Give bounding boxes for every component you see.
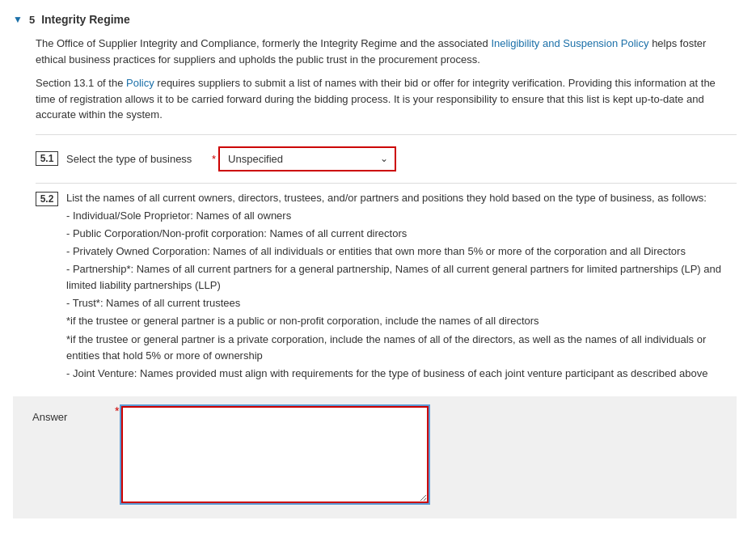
- desc-line-2: - Public Corporation/Non-profit corporat…: [66, 226, 737, 242]
- desc-line-8: - Joint Venture: Names provided must ali…: [66, 366, 737, 382]
- answer-required-star: *: [115, 404, 119, 417]
- desc-line-6: *if the trustee or general partner is a …: [66, 313, 737, 329]
- divider: [36, 134, 737, 135]
- subsection-52-label: 5.2: [36, 192, 58, 206]
- required-star-51: *: [212, 153, 216, 165]
- answer-section: Answer *: [13, 396, 737, 518]
- intro-text-before: The Office of Supplier Integrity and Com…: [36, 37, 491, 49]
- desc-line-3: - Privately Owned Corporation: Names of …: [66, 243, 737, 260]
- business-type-dropdown[interactable]: Unspecified Individual/Sole Proprietor P…: [218, 146, 396, 171]
- policy-paragraph: Section 13.1 of the Policy requires supp…: [36, 75, 737, 123]
- desc-line-0: List the names of all current owners, di…: [66, 190, 737, 206]
- field-row-51: 5.1 Select the type of business * Unspec…: [36, 142, 737, 176]
- section-content: The Office of Supplier Integrity and Com…: [36, 36, 737, 383]
- field-row-52: 5.2 List the names of all current owners…: [36, 190, 737, 384]
- divider-2: [36, 183, 737, 184]
- desc-line-1: - Individual/Sole Proprietor: Names of a…: [66, 208, 737, 224]
- collapse-icon[interactable]: ▼: [13, 14, 23, 25]
- subsection-51-label: 5.1: [36, 151, 58, 166]
- subsection-52-content: List the names of all current owners, di…: [66, 190, 737, 384]
- business-type-dropdown-wrapper: Unspecified Individual/Sole Proprietor P…: [218, 146, 396, 171]
- section-number: 5: [29, 14, 35, 26]
- answer-label: Answer: [32, 406, 105, 423]
- intro-paragraph: The Office of Supplier Integrity and Com…: [36, 36, 737, 67]
- policy-link[interactable]: Policy: [126, 77, 154, 89]
- ineligibility-link[interactable]: Ineligibility and Suspension Policy: [491, 37, 648, 49]
- desc-line-7: *if the trustee or general partner is a …: [66, 332, 737, 364]
- policy-text-before: Section 13.1 of the: [36, 77, 126, 89]
- section-title: Integrity Regime: [41, 13, 130, 26]
- section-header: ▼ 5 Integrity Regime: [13, 13, 737, 26]
- page-container: ▼ 5 Integrity Regime The Office of Suppl…: [0, 0, 756, 546]
- desc-line-5: - Trust*: Names of all current trustees: [66, 295, 737, 311]
- desc-line-4: - Partnership*: Names of all current par…: [66, 261, 737, 294]
- field-label-51: Select the type of business: [66, 153, 196, 165]
- answer-input-wrapper: *: [121, 406, 429, 506]
- answer-textarea[interactable]: [121, 406, 429, 503]
